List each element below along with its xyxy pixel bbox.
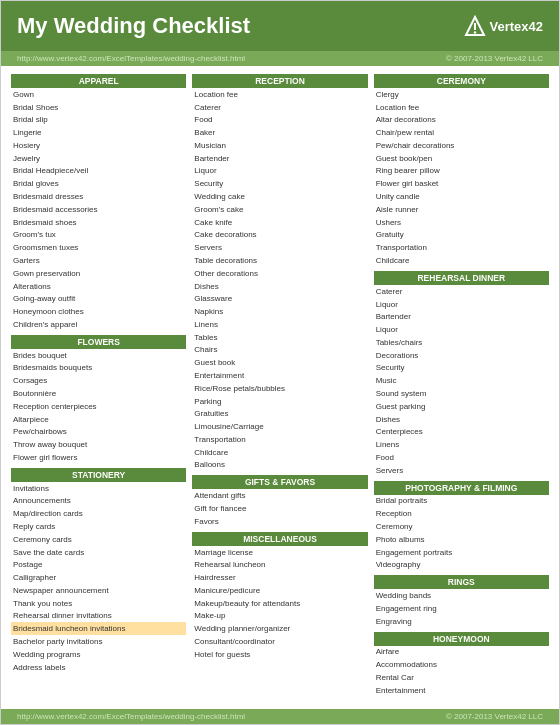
list-item: Gown preservation xyxy=(11,267,186,280)
list-item: Tables xyxy=(192,331,367,344)
list-item: Bridesmaid accessories xyxy=(11,203,186,216)
list-item: Reply cards xyxy=(11,520,186,533)
list-item: Newspaper announcement xyxy=(11,584,186,597)
list-item: Childcare xyxy=(192,446,367,459)
list-item: Glassware xyxy=(192,293,367,306)
list-item: Guest book/pen xyxy=(374,152,549,165)
list-item: Engagement portraits xyxy=(374,546,549,559)
list-item: Bridesmaid luncheon invitations xyxy=(11,622,186,635)
list-item: Bridal slip xyxy=(11,114,186,127)
list-item: Accommodations xyxy=(374,658,549,671)
list-item: Music xyxy=(374,374,549,387)
list-item: Altar decorations xyxy=(374,114,549,127)
footer-url: http://www.vertex42.com/ExcelTemplates/w… xyxy=(17,712,245,721)
list-item: Airfare xyxy=(374,646,549,659)
list-item: Food xyxy=(192,114,367,127)
list-item: Security xyxy=(374,362,549,375)
logo-text: Vertex42 xyxy=(490,19,544,34)
list-item: Bridal Shoes xyxy=(11,101,186,114)
list-item: Manicure/pedicure xyxy=(192,584,367,597)
column-0: APPARELGownBridal ShoesBridal slipLinger… xyxy=(11,74,186,697)
list-item: Groom's cake xyxy=(192,203,367,216)
list-item: Consultant/coordinator xyxy=(192,635,367,648)
logo-icon xyxy=(464,15,486,37)
list-item: Favors xyxy=(192,515,367,528)
list-item: Linens xyxy=(374,438,549,451)
list-item: Bridesmaid shoes xyxy=(11,216,186,229)
list-item: Make-up xyxy=(192,610,367,623)
list-item: Ushers xyxy=(374,216,549,229)
section-header-2-2: PHOTOGRAPHY & FILMING xyxy=(374,481,549,495)
list-item: Other decorations xyxy=(192,267,367,280)
section-header-2-4: HONEYMOON xyxy=(374,632,549,646)
list-item: Entertainment xyxy=(374,684,549,697)
list-item: Altarpiece xyxy=(11,413,186,426)
list-item: Lingerie xyxy=(11,126,186,139)
list-item: Location fee xyxy=(192,88,367,101)
list-item: Alterations xyxy=(11,280,186,293)
page-title: My Wedding Checklist xyxy=(17,13,250,39)
list-item: Baker xyxy=(192,126,367,139)
list-item: Ring bearer pillow xyxy=(374,165,549,178)
list-item: Centerpieces xyxy=(374,426,549,439)
list-item: Rice/Rose petals/bubbles xyxy=(192,382,367,395)
list-item: Pew/chair decorations xyxy=(374,139,549,152)
list-item: Address labels xyxy=(11,661,186,674)
list-item: Unity candle xyxy=(374,190,549,203)
page: My Wedding Checklist Vertex42 http://www… xyxy=(0,0,560,725)
list-item: Bartender xyxy=(374,311,549,324)
list-item: Garters xyxy=(11,254,186,267)
list-item: Guest book xyxy=(192,356,367,369)
list-item: Wedding bands xyxy=(374,589,549,602)
list-item: Reception centerpieces xyxy=(11,400,186,413)
list-item: Liquor xyxy=(192,165,367,178)
list-item: Bachelor party invitations xyxy=(11,635,186,648)
list-item: Sound system xyxy=(374,387,549,400)
list-item: Location fee xyxy=(374,101,549,114)
list-item: Videography xyxy=(374,559,549,572)
list-item: Clergy xyxy=(374,88,549,101)
section-header-0-1: FLOWERS xyxy=(11,335,186,349)
list-item: Attendant gifts xyxy=(192,489,367,502)
list-item: Rehearsal dinner invitations xyxy=(11,610,186,623)
list-item: Map/direction cards xyxy=(11,507,186,520)
section-header-1-2: MISCELLANEOUS xyxy=(192,532,367,546)
list-item: Dishes xyxy=(374,413,549,426)
list-item: Boutonnière xyxy=(11,387,186,400)
svg-point-2 xyxy=(473,31,475,33)
list-item: Security xyxy=(192,177,367,190)
list-item: Bridesmaid dresses xyxy=(11,190,186,203)
list-item: Marriage license xyxy=(192,546,367,559)
list-item: Cake decorations xyxy=(192,229,367,242)
list-item: Food xyxy=(374,451,549,464)
list-item: Decorations xyxy=(374,349,549,362)
list-item: Calligrapher xyxy=(11,571,186,584)
list-item: Gratuity xyxy=(374,229,549,242)
list-item: Throw away bouquet xyxy=(11,438,186,451)
list-item: Gift for fiancee xyxy=(192,502,367,515)
list-item: Aisle runner xyxy=(374,203,549,216)
copyright-top: © 2007-2013 Vertex42 LLC xyxy=(446,54,543,63)
list-item: Invitations xyxy=(11,482,186,495)
list-item: Musician xyxy=(192,139,367,152)
list-item: Honeymoon clothes xyxy=(11,305,186,318)
main-content: APPARELGownBridal ShoesBridal slipLinger… xyxy=(1,66,559,705)
list-item: Wedding planner/organizer xyxy=(192,622,367,635)
list-item: Gown xyxy=(11,88,186,101)
list-item: Postage xyxy=(11,559,186,572)
list-item: Hosiery xyxy=(11,139,186,152)
list-item: Engagement ring xyxy=(374,602,549,615)
list-item: Liquor xyxy=(374,323,549,336)
list-item: Rehearsal luncheon xyxy=(192,559,367,572)
list-item: Servers xyxy=(374,464,549,477)
list-item: Announcements xyxy=(11,495,186,508)
list-item: Cake knife xyxy=(192,216,367,229)
list-item: Caterer xyxy=(374,285,549,298)
list-item: Chairs xyxy=(192,344,367,357)
list-item: Servers xyxy=(192,241,367,254)
url-bar-top: http://www.vertex42.com/ExcelTemplates/w… xyxy=(1,51,559,66)
list-item: Reception xyxy=(374,507,549,520)
list-item: Napkins xyxy=(192,305,367,318)
list-item: Corsages xyxy=(11,374,186,387)
list-item: Photo albums xyxy=(374,533,549,546)
